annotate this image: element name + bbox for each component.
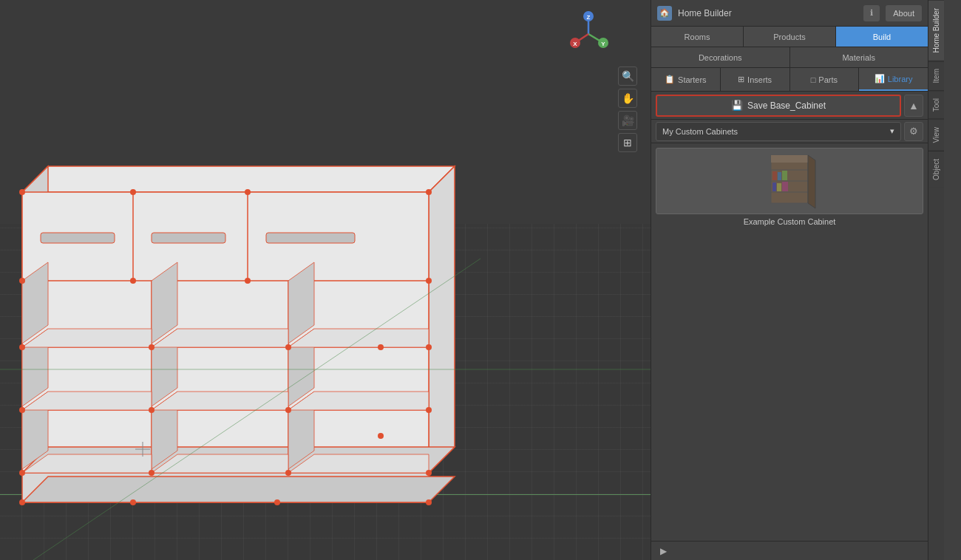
panel-header: 🏠 Home Builder ℹ About <box>651 0 928 27</box>
play-button[interactable]: ▶ <box>656 544 670 559</box>
svg-point-60 <box>19 407 25 413</box>
svg-text:Y: Y <box>601 41 605 47</box>
svg-rect-87 <box>777 183 781 191</box>
svg-point-51 <box>426 189 432 195</box>
save-base-cabinet-button[interactable]: 💾 Save Base_Cabinet <box>656 95 901 117</box>
svg-point-55 <box>426 278 432 284</box>
svg-rect-85 <box>782 171 787 180</box>
svg-point-56 <box>19 344 25 350</box>
svg-point-64 <box>19 470 25 476</box>
svg-point-48 <box>19 189 25 195</box>
svg-rect-86 <box>772 182 776 191</box>
save-icon: 💾 <box>731 100 743 111</box>
cabinet-thumbnail <box>656 148 923 214</box>
tab-parts[interactable]: □ Parts <box>790 68 860 91</box>
main-tabs: Rooms Products Build <box>651 27 928 47</box>
svg-marker-11 <box>429 166 455 473</box>
svg-point-68 <box>19 499 25 505</box>
icon-tabs: 📋 Starters ⊞ Inserts □ Parts 📊 Library <box>651 68 928 92</box>
svg-rect-79 <box>771 155 808 163</box>
svg-rect-21 <box>266 233 355 243</box>
svg-point-49 <box>130 189 136 195</box>
svg-marker-89 <box>808 155 815 208</box>
info-button[interactable]: ℹ <box>863 5 880 21</box>
sub-tabs: Decorations Materials <box>651 47 928 68</box>
svg-point-67 <box>426 470 432 476</box>
svg-point-54 <box>245 278 251 284</box>
save-button-row: 💾 Save Base_Cabinet ▲ <box>651 92 928 120</box>
svg-point-61 <box>149 407 154 413</box>
svg-marker-9 <box>22 166 455 192</box>
zoom-tool[interactable]: 🔍 <box>618 66 637 86</box>
home-icon: 🏠 <box>657 6 672 21</box>
play-row: ▶ <box>651 541 928 560</box>
svg-point-73 <box>378 344 384 350</box>
svg-point-57 <box>149 344 154 350</box>
parts-icon: □ <box>811 75 816 84</box>
svg-point-65 <box>149 470 154 476</box>
tab-rooms[interactable]: Rooms <box>651 27 744 47</box>
settings-button[interactable]: ⚙ <box>904 122 923 141</box>
svg-rect-20 <box>152 233 225 243</box>
custom-cabinets-dropdown[interactable]: My Custom Cabinets ▾ <box>656 122 901 141</box>
cabinet-3d-view <box>11 148 484 534</box>
tab-library[interactable]: 📊 Library <box>859 68 928 91</box>
tab-starters[interactable]: 📋 Starters <box>651 68 721 91</box>
axis-gizmo: Z Y X <box>565 10 612 58</box>
inserts-icon: ⊞ <box>738 75 744 84</box>
side-tab-item[interactable]: Item <box>928 61 944 90</box>
camera-tool[interactable]: 🎥 <box>618 111 637 130</box>
chevron-down-icon: ▾ <box>890 126 894 136</box>
panel-content: 🏠 Home Builder ℹ About Rooms Products Bu… <box>651 0 928 560</box>
svg-rect-19 <box>41 233 115 243</box>
svg-rect-83 <box>772 171 777 180</box>
svg-point-66 <box>285 470 291 476</box>
side-tab-view[interactable]: View <box>928 119 944 151</box>
viewport[interactable]: Z Y X 🔍 ✋ 🎥 ⊞ <box>0 0 651 560</box>
svg-point-58 <box>285 344 291 350</box>
starters-icon: 📋 <box>665 75 675 84</box>
svg-point-53 <box>130 278 136 284</box>
svg-point-62 <box>285 407 291 413</box>
svg-point-71 <box>426 499 432 505</box>
tab-products[interactable]: Products <box>744 27 836 47</box>
svg-rect-88 <box>782 182 788 191</box>
svg-point-59 <box>426 344 432 350</box>
right-panel: 🏠 Home Builder ℹ About Rooms Products Bu… <box>651 0 961 560</box>
svg-text:Z: Z <box>587 14 591 21</box>
svg-marker-15 <box>22 477 455 502</box>
svg-point-70 <box>274 499 280 505</box>
grid-tool[interactable]: ⊞ <box>618 133 637 152</box>
side-tab-tool[interactable]: Tool <box>928 90 944 119</box>
cabinet-thumbnail-area[interactable]: Example Custom Cabinet <box>651 143 928 541</box>
side-tab-home-builder[interactable]: Home Builder <box>928 0 944 61</box>
svg-rect-84 <box>778 172 781 180</box>
panel-title: Home Builder <box>678 8 858 18</box>
about-button[interactable]: About <box>886 5 922 21</box>
svg-point-50 <box>245 189 251 195</box>
cabinet-item-label: Example Custom Cabinet <box>744 217 836 226</box>
svg-text:X: X <box>573 41 577 47</box>
side-tabs: Home Builder Item Tool View Object <box>928 0 944 560</box>
svg-point-72 <box>378 433 384 439</box>
tab-decorations[interactable]: Decorations <box>651 47 790 67</box>
tab-inserts[interactable]: ⊞ Inserts <box>721 68 790 91</box>
viewport-tools: 🔍 ✋ 🎥 ⊞ <box>618 66 637 152</box>
dropdown-row: My Custom Cabinets ▾ ⚙ <box>651 120 928 143</box>
svg-point-63 <box>426 407 432 413</box>
up-button[interactable]: ▲ <box>904 95 923 117</box>
svg-point-52 <box>19 278 25 284</box>
pan-tool[interactable]: ✋ <box>618 89 637 108</box>
library-icon: 📊 <box>875 74 885 83</box>
tab-materials[interactable]: Materials <box>790 47 928 67</box>
side-tab-object[interactable]: Object <box>928 151 944 188</box>
cabinet-item[interactable]: Example Custom Cabinet <box>656 148 923 226</box>
svg-point-69 <box>130 499 136 505</box>
tab-build[interactable]: Build <box>836 27 928 47</box>
